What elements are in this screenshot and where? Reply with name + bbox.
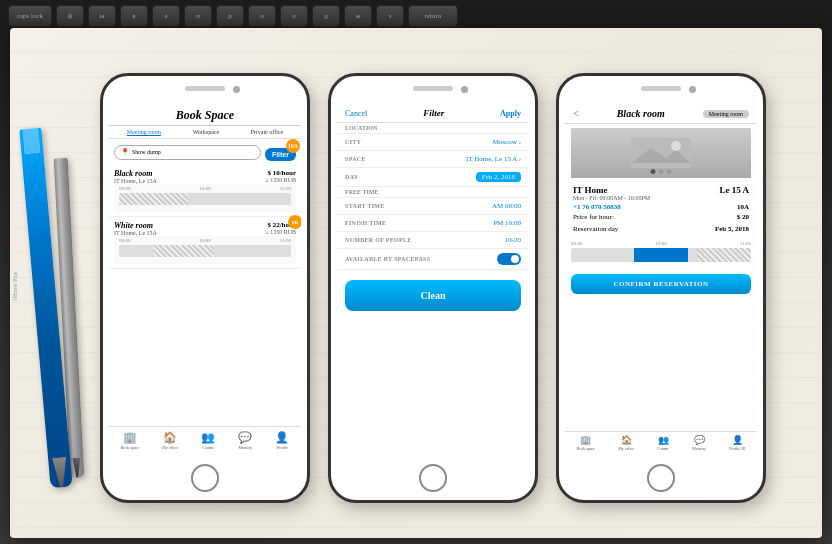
city-row[interactable]: City Moscow ›	[337, 134, 529, 151]
white-room-timeline: 09:00 10:00 11:00	[114, 236, 296, 264]
return-key[interactable]: return	[408, 5, 458, 27]
spacepass-label: Available By SpacePass	[345, 256, 430, 262]
filter-badge: 10A	[286, 139, 300, 153]
phone3-nav-memory[interactable]: 💬 Memory	[692, 435, 706, 451]
key-p[interactable]: п	[184, 5, 212, 27]
apply-button[interactable]: Apply	[500, 109, 521, 118]
list-item-white-room[interactable]: White room IT Home, Le 15A $ 22/hour ≥ 1…	[109, 217, 301, 269]
phone-1-nav: 🏢 Book space 🏠 My office 👥 Comm. 💬 Memor…	[109, 426, 301, 454]
phone-3-screen: < Black room Meeting room	[565, 104, 757, 454]
phone-1-camera	[233, 86, 240, 93]
myoffice-icon: 🏠	[163, 431, 177, 444]
tab-meeting-room[interactable]: Meeting room	[127, 129, 161, 135]
nav-bookspace[interactable]: 🏢 Book space	[121, 431, 140, 450]
phone3-nav-myoffice[interactable]: 🏠 My office	[618, 435, 634, 451]
phone-2-home[interactable]	[419, 464, 447, 492]
phone-3-camera	[689, 86, 696, 93]
caps-lock-key[interactable]: caps lock	[8, 5, 52, 27]
day-value: Feb 2, 2018	[476, 172, 521, 182]
key-zh[interactable]: ж	[344, 5, 372, 27]
back-button[interactable]: <	[573, 108, 579, 119]
reservation-label: Reservation day	[573, 225, 618, 233]
timeline-bar	[119, 193, 291, 205]
phone3-nav-myoffice-label: My office	[618, 446, 634, 451]
location-icon: 📍	[120, 148, 130, 157]
day-label: Day	[345, 174, 358, 180]
black-room-price: $ 10/hour	[265, 169, 296, 177]
contact-row: +1 76 070 58838 10A	[573, 203, 749, 211]
timeline-used	[119, 193, 188, 205]
phone3-nav-memory-label: Memory	[692, 446, 706, 451]
key-y[interactable]: ы	[88, 5, 116, 27]
dot-1	[651, 169, 656, 174]
phone-3-home[interactable]	[647, 464, 675, 492]
key-f[interactable]: ф	[56, 5, 84, 27]
spacepass-row[interactable]: Available By SpacePass	[337, 249, 529, 270]
phone-1-screen: Book Space Meeting room Workspace Privat…	[109, 104, 301, 454]
phone3-timeline-bar	[571, 248, 751, 262]
cancel-button[interactable]: Cancel	[345, 109, 367, 118]
image-dots	[651, 169, 672, 174]
starttime-row[interactable]: Start time AM 08:00	[337, 198, 529, 215]
phone-2-screen: Cancel Filter Apply LOCATION City Moscow…	[337, 104, 529, 454]
finishtime-row[interactable]: Finish time PM 10:00	[337, 215, 529, 232]
phone-1-title: Book Space	[109, 104, 301, 126]
finishtime-label: Finish time	[345, 220, 386, 226]
room-capacity: 10A	[737, 203, 749, 211]
confirm-reservation-button[interactable]: CONFIRM RESERVATION	[571, 274, 751, 294]
clean-button[interactable]: Clean	[345, 280, 521, 311]
white-timeline-used	[153, 245, 213, 257]
phone-1-speaker	[185, 86, 225, 91]
search-field[interactable]: 📍 Show dump	[114, 145, 261, 160]
key-o[interactable]: о	[248, 5, 276, 27]
list-item-black-room[interactable]: Black room IT Home, Le 15A $ 10/hour ≥ 1…	[109, 165, 301, 217]
price-label: Price for hour:	[573, 213, 614, 221]
phone-1-home[interactable]	[191, 464, 219, 492]
tab-private-office[interactable]: Private office	[251, 129, 283, 135]
room-title: Black room	[617, 108, 665, 119]
nav-memory[interactable]: 💬 Memory	[238, 431, 252, 450]
phone-1-tabs[interactable]: Meeting room Workspace Private office	[109, 126, 301, 139]
room-badge: Meeting room	[703, 110, 749, 118]
key-r[interactable]: р	[216, 5, 244, 27]
phone3-nav-bookspace[interactable]: 🏢 Book space	[577, 435, 596, 451]
key-l[interactable]: л	[280, 5, 308, 27]
room-phone[interactable]: +1 76 070 58838	[573, 203, 621, 211]
key-a[interactable]: а	[152, 5, 180, 27]
phones-container: Book Space Meeting room Workspace Privat…	[100, 73, 820, 533]
phone-3: < Black room Meeting room	[556, 73, 766, 503]
dot-2	[659, 169, 664, 174]
city-label: City	[345, 139, 361, 145]
black-room-title: Black room	[114, 169, 157, 178]
nav-profile[interactable]: 👤 Profile	[275, 431, 289, 450]
white-room-badge: 8R	[288, 215, 301, 229]
location-section: LOCATION	[337, 123, 529, 134]
nav-myoffice[interactable]: 🏠 My office	[162, 431, 178, 450]
white-timeline-labels: 09:00 10:00 11:00	[119, 238, 291, 243]
nav-memory-label: Memory	[238, 445, 252, 450]
nav-comm[interactable]: 👥 Comm.	[201, 431, 215, 450]
room-address: Le 15 A	[719, 185, 749, 195]
key-v[interactable]: в	[120, 5, 148, 27]
key-d[interactable]: д	[312, 5, 340, 27]
starttime-label: Start time	[345, 203, 385, 209]
room-it-home: IT Home	[573, 185, 608, 195]
phone-1: Book Space Meeting room Workspace Privat…	[100, 73, 310, 503]
spacepass-toggle[interactable]	[497, 253, 521, 265]
people-row[interactable]: Number of people 10-20	[337, 232, 529, 249]
key-e[interactable]: э	[376, 5, 404, 27]
phone3-myoffice-icon: 🏠	[621, 435, 632, 445]
nav-comm-label: Comm.	[202, 445, 214, 450]
tab-workspace[interactable]: Workspace	[193, 129, 220, 135]
phone3-nav-profile[interactable]: 👤 Profile ID	[729, 435, 745, 451]
timeline-filled	[634, 248, 688, 262]
nav-myoffice-label: My office	[162, 445, 178, 450]
reservation-row: Reservation day Feb 5, 2018	[573, 223, 749, 235]
profile-icon: 👤	[275, 431, 289, 444]
search-text: Show dump	[132, 149, 161, 155]
svg-point-2	[671, 141, 681, 151]
day-row[interactable]: Day Feb 2, 2018	[337, 168, 529, 187]
space-row[interactable]: Space IT Home, Le 15 A ›	[337, 151, 529, 168]
phone3-comm-icon: 👥	[658, 435, 669, 445]
phone3-nav-comm[interactable]: 👥 Comm.	[657, 435, 669, 451]
